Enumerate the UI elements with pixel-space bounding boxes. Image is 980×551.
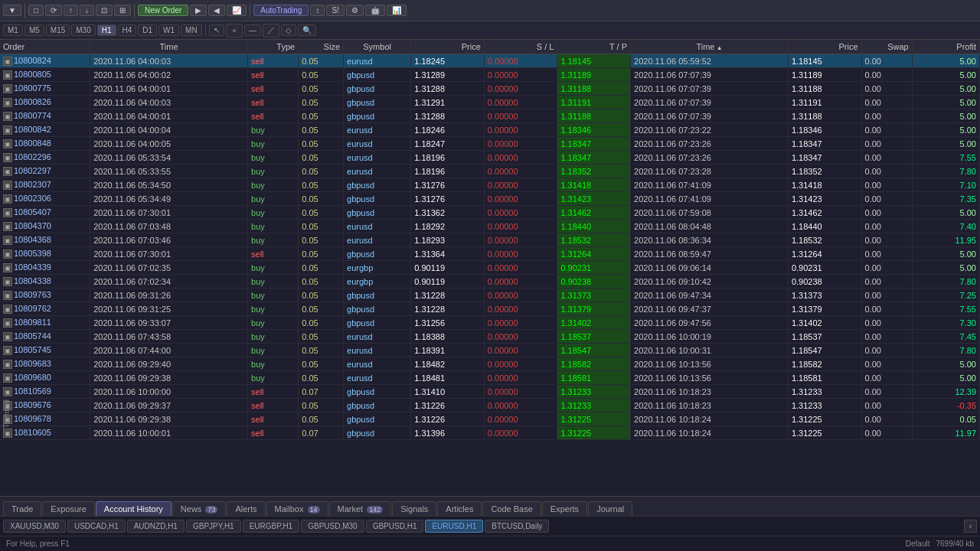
tab-exposure[interactable]: Exposure [42,501,94,516]
tab-signals[interactable]: Signals [392,501,436,516]
cell-tp: 1.31233 [557,399,631,412]
signals-btn[interactable]: ↕ [310,5,325,16]
tab-journal[interactable]: Journal [588,501,632,516]
table-row[interactable]: ▣10804368 2020.11.06 07:03:46 buy 0.05 e… [0,233,980,247]
symbol-eurgbp-h1[interactable]: EURGBP,H1 [243,520,300,533]
table-row[interactable]: ▣10804338 2020.11.06 07:02:34 buy 0.05 e… [0,275,980,289]
col-size[interactable]: Size [299,40,344,54]
squares-btn[interactable]: □ [28,5,44,16]
table-row[interactable]: ▣10809811 2020.11.06 09:33:07 buy 0.05 g… [0,316,980,330]
symbol-scroll-right[interactable]: › [964,520,977,533]
refresh-btn[interactable]: ⟳ [45,5,62,16]
col-tp[interactable]: T / P [557,40,631,54]
up-btn[interactable]: ↑ [64,5,78,16]
table-row[interactable]: ▣10810569 2020.11.06 10:00:00 sell 0.07 … [0,385,980,399]
table-row[interactable]: ▣10805398 2020.11.06 07:30:01 sell 0.05 … [0,247,980,261]
symbol-audnzd-h1[interactable]: AUDNZD,H1 [127,520,185,533]
cell-open-time: 2020.11.06 09:29:37 [90,399,248,412]
symbol-usdcad-h1[interactable]: USDCAD,H1 [67,520,126,533]
symbol-btcusd-daily[interactable]: BTCUSD,Daily [485,520,549,533]
table-row[interactable]: ▣10800826 2020.11.06 04:00:03 sell 0.05 … [0,96,980,109]
table-row[interactable]: ▣10800774 2020.11.06 04:00:01 sell 0.05 … [0,109,980,123]
line-tool[interactable]: — [244,24,261,36]
col-profit[interactable]: Profit [912,40,979,54]
tab-news[interactable]: News 73 [172,501,227,516]
table-row[interactable]: ▣10800775 2020.11.06 04:00:01 sell 0.05 … [0,82,980,96]
crosshair-tool[interactable]: ＋ [226,24,243,37]
cell-open-price: 1.31226 [411,399,485,412]
indicator-btn[interactable]: 📊 [387,5,407,16]
symbol-gbpusd-h1[interactable]: GBPUSD,H1 [366,520,424,533]
cell-swap: 0.00 [861,261,912,275]
symbol-eurusd-h1[interactable]: EURUSD,H1 [425,520,483,533]
table-row[interactable]: ▣10802307 2020.11.06 05:34:50 buy 0.05 g… [0,178,980,192]
table-row[interactable]: ▣10802297 2020.11.06 05:33:55 buy 0.05 e… [0,165,980,178]
robot-btn[interactable]: 🤖 [365,5,385,16]
tab-codebase[interactable]: Code Base [482,501,541,516]
table-row[interactable]: ▣10805407 2020.11.06 07:30:01 buy 0.05 g… [0,206,980,220]
table-row[interactable]: ▣10802296 2020.11.06 05:33:54 buy 0.05 e… [0,151,980,165]
history-btn[interactable]: S! [326,5,344,16]
zoom-tool[interactable]: 🔍 [298,24,316,36]
table-row[interactable]: ▣10800824 2020.11.06 04:00:03 sell 0.05 … [0,54,980,68]
table-row[interactable]: ▣10805744 2020.11.06 07:43:58 buy 0.05 e… [0,330,980,344]
table-row[interactable]: ▣10809762 2020.11.06 09:31:25 buy 0.05 g… [0,302,980,316]
cell-tp: 0.90238 [557,275,631,289]
table-row[interactable]: ▣10809683 2020.11.06 09:29:40 buy 0.05 e… [0,357,980,371]
tf-m30[interactable]: M30 [71,24,95,36]
tf-m5[interactable]: M5 [24,24,44,36]
tf-mn[interactable]: MN [181,24,202,36]
col-price[interactable]: Price [411,40,485,54]
table-row[interactable]: ▣10804370 2020.11.06 07:03:48 buy 0.05 e… [0,220,980,233]
draw-tool[interactable]: ／ [263,24,279,37]
tab-articles[interactable]: Articles [437,501,482,516]
tf-w1[interactable]: W1 [158,24,179,36]
new-order-btn[interactable]: New Order [138,5,188,16]
symbol-gbpusd-m30[interactable]: GBPUSD,M30 [301,520,364,533]
tf-m1[interactable]: M1 [3,24,23,36]
col-swap[interactable]: Swap [861,40,912,54]
table-row[interactable]: ▣10810605 2020.11.06 10:00:01 sell 0.07 … [0,426,980,440]
table-row[interactable]: ▣10809678 2020.11.06 09:29:38 sell 0.05 … [0,412,980,426]
tf-d1[interactable]: D1 [138,24,157,36]
table-row[interactable]: ▣10809763 2020.11.06 09:31:26 buy 0.05 g… [0,289,980,302]
table-row[interactable]: ▣10800842 2020.11.06 04:00:04 buy 0.05 e… [0,123,980,137]
settings-btn[interactable]: ⚙ [346,5,364,16]
symbol-gbpjpy-h1[interactable]: GBPJPY,H1 [186,520,241,533]
cell-swap: 0.00 [861,82,912,96]
tf-m15[interactable]: M15 [46,24,70,36]
tab-account-history[interactable]: Account History [96,501,172,516]
tab-mailbox[interactable]: Mailbox 14 [266,501,328,516]
tf-h1[interactable]: H1 [97,24,116,36]
table-row[interactable]: ▣10809680 2020.11.06 09:29:38 buy 0.05 e… [0,371,980,385]
dropdown-arrow-btn[interactable]: ▼ [3,5,21,16]
auto-trading-btn[interactable]: AutoTrading [253,5,309,16]
table-row[interactable]: ▣10805745 2020.11.06 07:44:00 buy 0.05 e… [0,344,980,357]
cursor-tool[interactable]: ↖ [209,24,224,36]
col-order[interactable]: Order [0,40,90,54]
col-close-time[interactable]: Time [631,40,789,54]
tab-alerts[interactable]: Alerts [227,501,265,516]
down-btn[interactable]: ↓ [80,5,94,16]
tab-experts[interactable]: Experts [542,501,587,516]
table-row[interactable]: ▣10800848 2020.11.06 04:00:05 buy 0.05 e… [0,137,980,151]
col-time[interactable]: Time [90,40,248,54]
table-row[interactable]: ▣10809676 2020.11.06 09:29:37 sell 0.05 … [0,399,980,412]
tf-h4[interactable]: H4 [118,24,137,36]
grid-btn[interactable]: ⊞ [114,5,131,16]
table-row[interactable]: ▣10802306 2020.11.06 05:34:49 buy 0.05 g… [0,192,980,206]
tab-trade[interactable]: Trade [3,501,41,516]
shape-tool[interactable]: ◇ [281,24,296,36]
sell-btn[interactable]: ◀ [208,5,225,16]
col-sl[interactable]: S / L [484,40,557,54]
col-symbol[interactable]: Symbol [344,40,411,54]
window-btn[interactable]: ⊡ [96,5,113,16]
tab-market[interactable]: Market 142 [329,501,392,516]
chart-btn[interactable]: 📈 [227,5,247,16]
symbol-xauusd-m30[interactable]: XAUUSD,M30 [3,520,66,533]
col-close-price[interactable]: Price [788,40,861,54]
buy-btn[interactable]: ▶ [190,5,207,16]
table-row[interactable]: ▣10800805 2020.11.06 04:00:02 sell 0.05 … [0,68,980,82]
col-type[interactable]: Type [248,40,299,54]
table-row[interactable]: ▣10804339 2020.11.06 07:02:35 buy 0.05 e… [0,261,980,275]
